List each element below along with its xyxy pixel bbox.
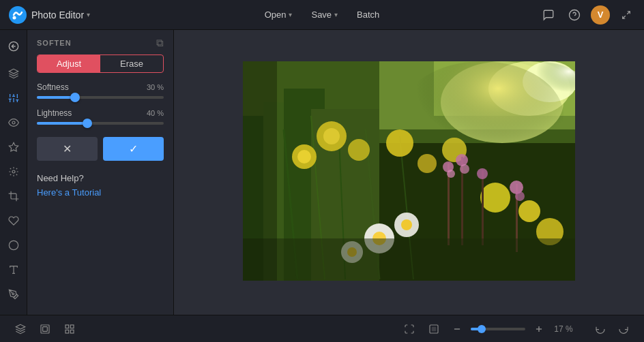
- expand-button[interactable]: [617, 5, 636, 25]
- crop-tool[interactable]: [3, 185, 25, 207]
- svg-point-23: [12, 293, 14, 295]
- lightness-track[interactable]: [37, 122, 164, 125]
- svg-line-3: [627, 11, 630, 14]
- zoom-slider[interactable]: [471, 328, 525, 330]
- lightness-thumb[interactable]: [83, 119, 92, 128]
- softness-track[interactable]: [37, 96, 164, 99]
- batch-label: Batch: [357, 10, 379, 20]
- svg-point-43: [323, 128, 340, 144]
- svg-rect-78: [70, 330, 74, 333]
- svg-marker-72: [16, 324, 25, 329]
- shape-tool[interactable]: [3, 234, 25, 256]
- help-link[interactable]: Here's a Tutorial: [37, 187, 101, 198]
- svg-point-59: [447, 170, 455, 178]
- save-button[interactable]: Save ▾: [303, 6, 346, 23]
- svg-rect-74: [43, 326, 48, 331]
- svg-rect-73: [41, 325, 49, 333]
- svg-point-17: [12, 121, 15, 124]
- back-button[interactable]: [3, 35, 25, 57]
- softness-label: Softness: [37, 82, 69, 92]
- svg-point-0: [9, 6, 27, 24]
- bottom-right-buttons: [591, 320, 633, 339]
- adjustments-tool[interactable]: [3, 87, 25, 109]
- layers-tool[interactable]: [3, 63, 25, 84]
- batch-button[interactable]: Batch: [349, 6, 387, 23]
- svg-point-49: [518, 200, 540, 222]
- svg-point-67: [515, 191, 525, 201]
- svg-line-4: [623, 16, 626, 18]
- chat-button[interactable]: [539, 5, 558, 25]
- save-label: Save: [311, 10, 332, 20]
- lightness-label: Lightness: [37, 108, 72, 118]
- slider-section: Softness 30 % Lightness 40 %: [27, 82, 173, 134]
- user-avatar[interactable]: V: [591, 5, 610, 25]
- eye-tool[interactable]: [3, 112, 25, 134]
- lightness-fill: [37, 122, 87, 125]
- zoom-label: 17 %: [553, 324, 574, 334]
- main-area: SOFTEN ⧉ Adjust Erase Softness 30 %: [0, 30, 644, 315]
- help-button[interactable]: [565, 5, 584, 25]
- panel-header: SOFTEN ⧉: [27, 30, 173, 55]
- brush-tool[interactable]: [3, 283, 25, 305]
- tab-adjust[interactable]: Adjust: [38, 55, 100, 72]
- svg-point-41: [297, 150, 311, 164]
- cancel-button[interactable]: ✕: [37, 137, 98, 161]
- help-title: Need Help?: [37, 173, 164, 183]
- fit-zoom-btn[interactable]: [400, 320, 419, 339]
- svg-marker-7: [9, 69, 18, 74]
- layers-bottom-btn[interactable]: [11, 320, 30, 339]
- left-toolbar: [0, 30, 27, 315]
- zoom-thumb[interactable]: [478, 325, 486, 333]
- svg-rect-71: [243, 61, 277, 281]
- apply-icon: ✓: [129, 142, 138, 155]
- open-label: Open: [265, 10, 287, 20]
- photo-image: [243, 61, 575, 281]
- app-title-container[interactable]: Photo Editor ▾: [31, 10, 90, 20]
- svg-rect-70: [243, 238, 575, 281]
- softness-label-row: Softness 30 %: [37, 82, 164, 92]
- bottom-toolbar: 17 %: [0, 315, 644, 342]
- lightness-slider-row: Lightness 40 %: [37, 108, 164, 125]
- app-title-chevron: ▾: [87, 11, 90, 18]
- undo-btn[interactable]: [591, 320, 610, 339]
- side-panel: SOFTEN ⧉ Adjust Erase Softness 30 %: [27, 30, 174, 315]
- panel-copy-icon[interactable]: ⧉: [156, 37, 164, 49]
- heart-tool[interactable]: [3, 210, 25, 232]
- zoom-out-btn[interactable]: [449, 321, 465, 337]
- svg-rect-77: [65, 330, 69, 333]
- canvas-area: [174, 30, 644, 315]
- svg-point-19: [12, 170, 15, 173]
- svg-point-54: [401, 219, 412, 230]
- app-logo: [8, 5, 27, 25]
- softness-thumb[interactable]: [70, 93, 80, 102]
- avatar-letter: V: [598, 10, 604, 20]
- zoom-controls: 17 %: [400, 320, 574, 339]
- cancel-icon: ✕: [63, 142, 72, 155]
- star-tool[interactable]: [3, 136, 25, 158]
- text-tool[interactable]: [3, 259, 25, 281]
- redo-btn[interactable]: [614, 320, 633, 339]
- svg-point-20: [9, 240, 18, 249]
- svg-rect-76: [70, 325, 74, 328]
- grid-bottom-btn[interactable]: [60, 320, 79, 339]
- app-title-text: Photo Editor: [31, 10, 84, 20]
- header: Photo Editor ▾ Open ▾ Save ▾ Batch: [0, 0, 644, 30]
- svg-point-48: [480, 183, 510, 213]
- actual-zoom-btn[interactable]: [424, 320, 443, 339]
- apply-button[interactable]: ✓: [103, 137, 164, 161]
- svg-rect-75: [65, 325, 69, 328]
- photo-container: [243, 61, 575, 283]
- svg-point-44: [348, 139, 370, 161]
- softness-value: 30 %: [147, 83, 164, 91]
- tab-erase[interactable]: Erase: [100, 55, 163, 72]
- open-chevron: ▾: [289, 11, 292, 18]
- svg-rect-80: [432, 327, 435, 330]
- svg-marker-18: [9, 142, 18, 151]
- zoom-in-btn[interactable]: [531, 321, 547, 337]
- header-right: V: [539, 5, 636, 25]
- effects-tool[interactable]: [3, 161, 25, 183]
- frame-bottom-btn[interactable]: [35, 320, 55, 339]
- header-center: Open ▾ Save ▾ Batch: [257, 6, 388, 23]
- open-button[interactable]: Open ▾: [257, 6, 301, 23]
- panel-title: SOFTEN: [37, 39, 72, 47]
